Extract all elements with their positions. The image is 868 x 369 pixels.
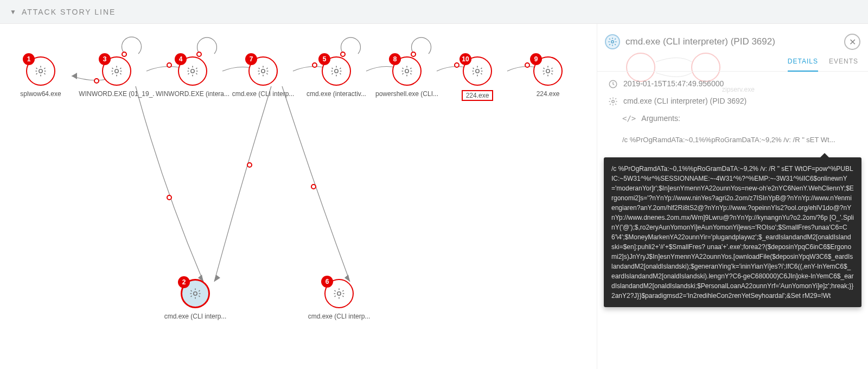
node-label: 224.exe (462, 90, 494, 101)
node-label: splwow64.exe (3, 90, 79, 98)
node-label: cmd.exe (CLI interp... (301, 313, 377, 320)
clock-icon (608, 79, 618, 89)
process-node[interactable]: 5cmd.exe (interactiv... (298, 56, 374, 98)
svg-point-0 (122, 52, 126, 56)
node-badge: 6 (321, 276, 333, 288)
panel-body: 2019-01-15T15:47:49.956000 cmd.exe (CLI … (597, 72, 868, 155)
timestamp-row: 2019-01-15T15:47:49.956000 (608, 79, 857, 89)
node-label: WINWORD.EXE (intera... (155, 90, 231, 98)
arguments-tooltip: /c %PrOgRamdATa:~0,1%%pRoGramDaTA:~9,2% … (604, 157, 861, 307)
svg-point-25 (335, 69, 338, 73)
process-node[interactable]: 4WINWORD.EXE (intera... (155, 56, 231, 98)
svg-point-34 (611, 41, 614, 43)
section-title: ATTACK STORY LINE (22, 8, 116, 16)
svg-point-23 (191, 69, 194, 73)
panel-tabs: DETAILS EVENTS (597, 52, 868, 72)
svg-point-28 (546, 69, 550, 73)
svg-point-22 (115, 69, 118, 73)
process-node-circle[interactable]: 3 (102, 56, 131, 86)
process-value: cmd.exe (CLI interpreter) (PID 3692) (623, 97, 746, 105)
node-label: 224.exe (510, 90, 586, 98)
svg-point-24 (261, 69, 265, 73)
arguments-label: Arguments: (641, 114, 680, 123)
svg-point-1 (197, 52, 201, 56)
svg-point-17 (247, 163, 252, 167)
svg-point-27 (476, 69, 479, 73)
code-icon: </> (622, 114, 636, 123)
process-gear-icon (605, 34, 620, 49)
svg-point-26 (405, 69, 409, 73)
details-panel: zipserv.exe cmd.exe (CLI interpreter) (P… (597, 24, 868, 369)
svg-point-29 (194, 292, 197, 295)
process-node[interactable]: 3WINWORD.EXE (01_19_. (79, 56, 155, 98)
node-badge: 9 (530, 53, 542, 65)
section-header[interactable]: ▼ ATTACK STORY LINE (0, 0, 868, 24)
node-badge: 8 (389, 53, 401, 65)
svg-point-19 (311, 184, 316, 189)
process-node[interactable]: 9224.exe (510, 56, 586, 98)
node-label: cmd.exe (CLI interp... (157, 313, 233, 320)
main-area: 1splwow64.exe 3WINWORD.EXE (01_19_. 4WIN… (0, 24, 868, 369)
timestamp-value: 2019-01-15T15:47:49.956000 (623, 79, 724, 88)
process-node-circle[interactable]: 1 (26, 56, 55, 86)
process-node[interactable]: 1splwow64.exe (3, 56, 79, 98)
process-node[interactable]: 2cmd.exe (CLI interp... (157, 279, 233, 320)
svg-point-30 (337, 292, 341, 295)
svg-point-2 (341, 52, 345, 56)
gear-icon (608, 97, 618, 106)
process-node-circle[interactable]: 2 (181, 279, 210, 308)
node-badge: 3 (99, 53, 111, 65)
process-node-circle[interactable]: 8 (392, 56, 422, 86)
arguments-row: </> Arguments: (608, 114, 857, 128)
node-badge: 7 (245, 53, 257, 65)
tab-details[interactable]: DETAILS (788, 54, 818, 72)
node-badge: 1 (23, 53, 35, 65)
panel-title: cmd.exe (CLI interpreter) (PID 3692) (626, 36, 844, 47)
node-label: cmd.exe (CLI interp... (225, 90, 301, 98)
svg-point-21 (39, 69, 42, 73)
process-node[interactable]: 7cmd.exe (CLI interp... (225, 56, 301, 98)
node-badge: 10 (459, 53, 471, 65)
attack-graph[interactable]: 1splwow64.exe 3WINWORD.EXE (01_19_. 4WIN… (0, 24, 597, 369)
node-label: cmd.exe (interactiv... (298, 90, 374, 98)
close-button[interactable]: ✕ (844, 34, 860, 50)
arguments-value-short[interactable]: /c %PrOgRamdATa:~0,1%%pRoGramDaTA:~9,2% … (622, 136, 850, 144)
process-node[interactable]: 8powershell.exe (CLI... (369, 56, 445, 98)
svg-point-36 (612, 100, 615, 103)
node-label: powershell.exe (CLI... (369, 90, 445, 98)
node-badge: 5 (318, 53, 330, 65)
process-node[interactable]: 10224.exe (439, 56, 515, 103)
node-label: WINWORD.EXE (01_19_. (79, 90, 155, 98)
process-node-circle[interactable]: 9 (533, 56, 563, 86)
collapse-caret-icon[interactable]: ▼ (10, 8, 16, 16)
tab-events[interactable]: EVENTS (829, 54, 858, 71)
process-row: cmd.exe (CLI interpreter) (PID 3692) (608, 97, 857, 106)
svg-point-15 (167, 195, 171, 200)
process-node-circle[interactable]: 10 (463, 56, 492, 86)
process-node-circle[interactable]: 7 (248, 56, 278, 86)
svg-point-3 (411, 52, 416, 56)
process-node-circle[interactable]: 6 (324, 279, 354, 308)
node-badge: 2 (178, 276, 190, 288)
panel-header: cmd.exe (CLI interpreter) (PID 3692) ✕ (597, 30, 868, 52)
process-node[interactable]: 6cmd.exe (CLI interp... (301, 279, 377, 320)
node-badge: 4 (175, 53, 187, 65)
process-node-circle[interactable]: 5 (322, 56, 351, 86)
process-node-circle[interactable]: 4 (178, 56, 207, 86)
